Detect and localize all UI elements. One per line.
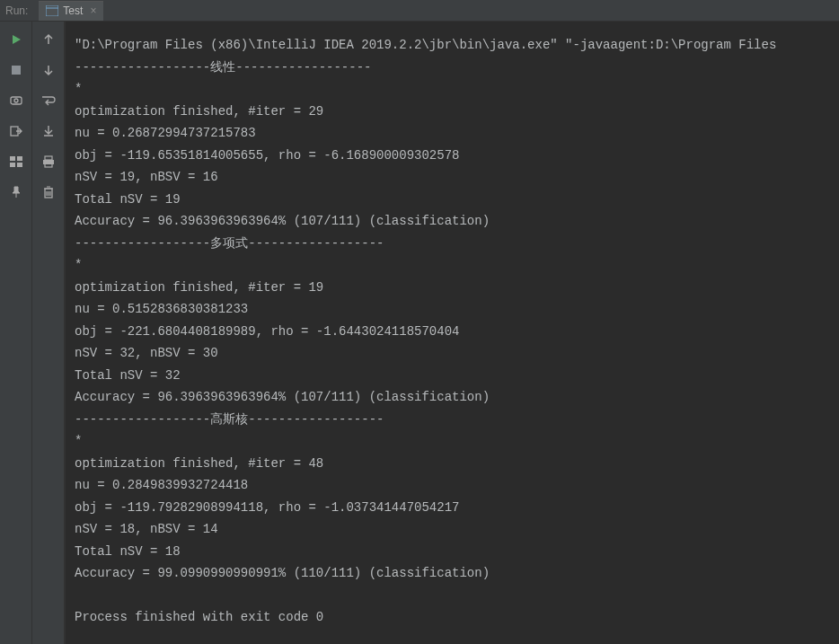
run-label: Run:	[5, 4, 28, 17]
clear-all-button[interactable]	[40, 183, 57, 201]
run-tool-header: Run: Test ×	[0, 0, 839, 22]
console-output[interactable]: "D:\Program Files (x86)\IntelliJ IDEA 20…	[65, 22, 839, 644]
application-icon	[46, 5, 58, 16]
stop-button[interactable]	[7, 61, 25, 79]
pin-button[interactable]	[7, 183, 25, 201]
dump-threads-button[interactable]	[7, 92, 25, 110]
layout-button[interactable]	[7, 153, 25, 171]
run-toolbar-secondary	[32, 22, 65, 644]
svg-rect-3	[11, 97, 22, 104]
svg-rect-6	[10, 156, 15, 161]
svg-rect-7	[17, 156, 22, 161]
tab-title: Test	[63, 4, 83, 17]
svg-rect-8	[10, 163, 15, 167]
svg-rect-9	[17, 163, 22, 167]
rerun-button[interactable]	[7, 31, 25, 49]
scroll-to-end-button[interactable]	[40, 122, 57, 140]
soft-wrap-button[interactable]	[40, 92, 57, 110]
svg-rect-0	[46, 5, 58, 16]
exit-button[interactable]	[7, 122, 25, 140]
print-button[interactable]	[40, 153, 57, 171]
svg-rect-10	[45, 156, 52, 160]
svg-rect-2	[12, 66, 21, 75]
up-stack-button[interactable]	[40, 31, 57, 49]
run-config-tab[interactable]: Test ×	[39, 1, 103, 21]
down-stack-button[interactable]	[40, 61, 57, 79]
close-icon[interactable]: ×	[90, 4, 96, 17]
run-toolbar-primary	[0, 22, 32, 644]
svg-point-4	[14, 99, 18, 102]
